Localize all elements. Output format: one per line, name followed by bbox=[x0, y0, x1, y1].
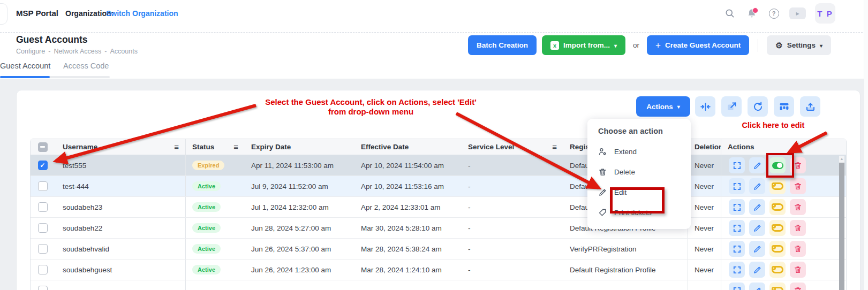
collapse-columns-icon[interactable] bbox=[695, 96, 715, 117]
effective-cell: Mar 30, 2024 5:28:10 am bbox=[354, 218, 462, 238]
column-menu-icon[interactable]: ≡ bbox=[233, 142, 238, 151]
col-header-effective[interactable]: Effective Date bbox=[354, 139, 462, 155]
delete-row-icon[interactable] bbox=[790, 178, 806, 194]
toggle-disabled-icon[interactable] bbox=[769, 220, 786, 236]
row-checkbox[interactable] bbox=[38, 244, 48, 254]
row-checkbox[interactable] bbox=[38, 223, 48, 233]
col-header-status[interactable]: Status bbox=[192, 143, 214, 151]
expand-row-icon[interactable] bbox=[729, 220, 745, 236]
col-header-service-level[interactable]: Service Level bbox=[468, 143, 514, 151]
expand-row-icon[interactable] bbox=[729, 241, 745, 257]
expand-row-icon[interactable] bbox=[729, 157, 745, 173]
row-checkbox[interactable] bbox=[38, 202, 48, 212]
username-cell: test-444 bbox=[55, 176, 186, 196]
create-guest-account-button[interactable]: + Create Guest Account bbox=[647, 35, 749, 55]
avatar[interactable]: T P bbox=[815, 3, 835, 24]
tab-guest-account[interactable]: Guest Account bbox=[0, 62, 50, 70]
delete-row-icon[interactable] bbox=[790, 241, 806, 257]
notifications-bell-icon[interactable] bbox=[745, 7, 758, 20]
col-header-actions: Actions bbox=[721, 139, 847, 155]
help-icon[interactable]: ? bbox=[767, 7, 780, 20]
import-from-button[interactable]: x Import from... ▾ bbox=[542, 35, 625, 55]
menu-item-delete[interactable]: Delete bbox=[587, 162, 691, 182]
spreadsheet-icon: x bbox=[550, 41, 559, 50]
breadcrumb-item[interactable]: Configure bbox=[16, 48, 45, 55]
breadcrumb: Configure-Network Access-Accounts bbox=[16, 48, 138, 55]
row-checkbox[interactable] bbox=[38, 265, 48, 274]
export-open-icon[interactable] bbox=[721, 96, 742, 117]
effective-cell: Apr 10, 2024 11:53:16 am bbox=[354, 176, 462, 196]
edit-row-icon[interactable] bbox=[749, 283, 765, 290]
collapsed-sidebar-toggle[interactable] bbox=[0, 3, 7, 25]
table-row[interactable]: soudabeh22 Active Jun 28, 2024 5:27:00 a… bbox=[31, 218, 846, 239]
col-header-username[interactable]: Username bbox=[63, 143, 97, 151]
batch-creation-button[interactable]: Batch Creation bbox=[468, 35, 537, 55]
settings-button[interactable]: ⚙ Settings ▾ bbox=[767, 35, 831, 55]
edit-row-icon[interactable] bbox=[749, 178, 765, 194]
chevron-down-icon: ▾ bbox=[614, 43, 617, 49]
deletion-cell: Never bbox=[688, 239, 721, 259]
table-row[interactable]: soudabehguest Active Jun 26, 2024 1:23:0… bbox=[31, 260, 846, 280]
toggle-disabled-icon[interactable] bbox=[769, 199, 786, 215]
service-level-cell: - bbox=[462, 176, 563, 196]
ticket-tag-icon bbox=[598, 208, 607, 217]
table-header-row: Username≡ Status≡ Expiry Date Effective … bbox=[31, 139, 846, 155]
deletion-cell: Never bbox=[688, 176, 721, 196]
select-all-checkbox[interactable] bbox=[38, 142, 48, 152]
toggle-disabled-icon[interactable] bbox=[769, 283, 786, 290]
tab-access-code[interactable]: Access Code bbox=[63, 62, 109, 70]
table-row[interactable]: soudabeh23 Active Jul 1, 2024 12:32:00 a… bbox=[31, 197, 846, 218]
table-row[interactable]: ✓ test555 Expired Apr 11, 2024 11:53:00 … bbox=[31, 155, 846, 176]
delete-row-icon[interactable] bbox=[790, 283, 806, 290]
table-scrollbar[interactable]: ▲ bbox=[839, 156, 844, 290]
delete-row-icon[interactable] bbox=[790, 199, 806, 215]
breadcrumb-item[interactable]: Network Access bbox=[54, 48, 101, 55]
registration-cell: VerifyPRRegistration bbox=[563, 239, 688, 259]
menu-item-extend[interactable]: Extend bbox=[587, 141, 691, 162]
expand-row-icon[interactable] bbox=[729, 283, 745, 290]
upload-icon[interactable] bbox=[800, 96, 820, 117]
column-menu-icon[interactable]: ≡ bbox=[552, 142, 557, 151]
expand-row-icon[interactable] bbox=[729, 178, 745, 194]
row-checkbox[interactable]: ✓ bbox=[38, 161, 48, 170]
breadcrumb-item[interactable]: Accounts bbox=[110, 48, 137, 55]
columns-icon[interactable] bbox=[774, 96, 794, 117]
scrollbar-thumb[interactable] bbox=[839, 163, 844, 290]
effective-cell: Mar 28, 2024 1:24:10 am bbox=[354, 260, 462, 280]
edit-row-icon[interactable] bbox=[749, 157, 765, 173]
delete-row-icon[interactable] bbox=[790, 262, 806, 278]
trash-icon bbox=[598, 167, 607, 177]
video-tour-icon[interactable]: ▶ bbox=[789, 7, 806, 19]
toggle-disabled-icon[interactable] bbox=[769, 262, 786, 278]
edit-row-icon[interactable] bbox=[749, 262, 765, 278]
table-row[interactable]: soudabehvalid Active Jun 26, 2024 5:37:0… bbox=[31, 239, 846, 260]
col-header-expiry[interactable]: Expiry Date bbox=[245, 139, 354, 155]
edit-row-icon[interactable] bbox=[749, 199, 765, 215]
status-cell bbox=[186, 280, 245, 290]
username-cell: soudabeh23 bbox=[55, 197, 186, 217]
search-icon[interactable] bbox=[723, 7, 736, 20]
delete-row-icon[interactable] bbox=[790, 220, 806, 236]
table-row[interactable]: test-444 Active Jul 9, 2024 11:52:00 am … bbox=[31, 176, 846, 197]
col-header-deletion[interactable]: Deletion bbox=[688, 139, 721, 155]
toggle-disabled-icon[interactable] bbox=[769, 178, 786, 194]
edit-row-icon[interactable] bbox=[749, 220, 765, 236]
top-bar: MSP Portal Organization: Switch Organiza… bbox=[0, 0, 868, 33]
row-checkbox[interactable] bbox=[38, 181, 48, 191]
column-menu-icon[interactable]: ≡ bbox=[174, 142, 179, 151]
service-level-cell: - bbox=[462, 239, 563, 259]
expand-row-icon[interactable] bbox=[729, 199, 745, 215]
deletion-cell: Never bbox=[688, 218, 721, 238]
actions-button[interactable]: Actions ▾ bbox=[636, 96, 690, 117]
table-row[interactable] bbox=[31, 280, 846, 290]
switch-organization-link[interactable]: Switch Organization bbox=[106, 9, 178, 18]
refresh-icon[interactable] bbox=[748, 96, 768, 117]
expand-row-icon[interactable] bbox=[729, 262, 745, 278]
edit-row-icon[interactable] bbox=[749, 241, 765, 257]
username-cell: soudabeh22 bbox=[55, 218, 186, 238]
toggle-disabled-icon[interactable] bbox=[769, 241, 786, 257]
scroll-up-arrow-icon[interactable]: ▲ bbox=[839, 156, 844, 162]
row-checkbox[interactable] bbox=[38, 286, 48, 290]
plus-icon: + bbox=[655, 41, 661, 50]
page-scrollbar[interactable] bbox=[864, 0, 868, 290]
